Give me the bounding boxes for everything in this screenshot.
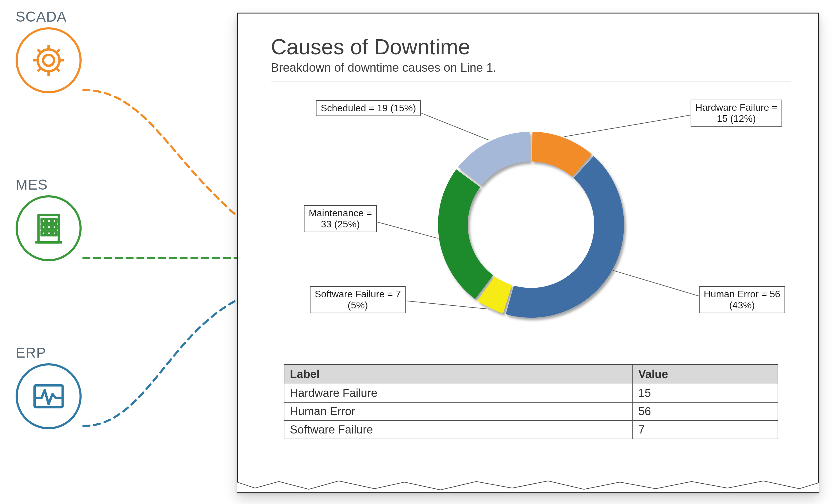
source-mes-label: MES xyxy=(16,176,106,193)
svg-rect-12 xyxy=(42,219,46,223)
svg-rect-16 xyxy=(47,225,51,229)
scada-circle xyxy=(16,27,82,93)
source-scada-label: SCADA xyxy=(16,8,106,25)
torn-edge xyxy=(237,479,819,492)
callout-hardware-failure: Hardware Failure = 15 (12%) xyxy=(690,100,782,127)
callout-maintenance: Maintenance = 33 (25%) xyxy=(304,205,377,232)
report-panel: Causes of Downtime Breakdown of downtime… xyxy=(237,13,819,492)
pulse-icon xyxy=(29,377,68,416)
donut-slice xyxy=(506,156,624,318)
svg-rect-20 xyxy=(52,231,57,235)
table-row: Software Failure7 xyxy=(284,421,777,439)
gear-icon xyxy=(29,41,68,80)
callout-human-error: Human Error = 56 (43%) xyxy=(699,286,785,313)
table-cell: 7 xyxy=(633,421,778,439)
th-label: Label xyxy=(284,365,632,384)
donut-svg xyxy=(429,123,633,327)
svg-rect-15 xyxy=(42,225,46,229)
svg-line-7 xyxy=(57,68,59,71)
data-table-wrap: Label Value Hardware Failure15Human Erro… xyxy=(271,364,791,439)
report-title: Causes of Downtime xyxy=(271,35,791,59)
donut-slice xyxy=(438,169,493,299)
source-erp: ERP xyxy=(16,344,106,429)
report-divider xyxy=(271,82,791,82)
svg-line-8 xyxy=(38,68,41,71)
diagram-canvas: SCADA xyxy=(0,0,834,504)
source-scada: SCADA xyxy=(16,8,106,93)
table-cell: Hardware Failure xyxy=(284,384,632,402)
svg-point-0 xyxy=(43,55,54,66)
table-cell: 15 xyxy=(633,384,778,402)
callout-scheduled: Scheduled = 19 (15%) xyxy=(316,100,421,116)
table-cell: Software Failure xyxy=(284,421,632,439)
source-erp-label: ERP xyxy=(16,344,106,361)
erp-circle xyxy=(16,363,82,429)
svg-point-1 xyxy=(38,49,60,71)
table-header-row: Label Value xyxy=(284,365,777,384)
report-subtitle: Breakdown of downtime causes on Line 1. xyxy=(271,61,791,74)
svg-rect-19 xyxy=(47,231,51,235)
donut-chart: Hardware Failure = 15 (12%) Human Error … xyxy=(271,94,791,355)
svg-line-9 xyxy=(57,49,59,52)
source-mes: MES xyxy=(16,176,106,261)
callout-software-failure: Software Failure = 7 (5%) xyxy=(310,286,405,313)
svg-line-6 xyxy=(38,49,41,52)
data-table: Label Value Hardware Failure15Human Erro… xyxy=(284,364,778,439)
svg-rect-14 xyxy=(52,219,57,223)
table-row: Hardware Failure15 xyxy=(284,384,777,402)
donut-slice xyxy=(458,132,530,185)
table-row: Human Error56 xyxy=(284,402,777,421)
svg-rect-17 xyxy=(52,225,57,229)
table-cell: Human Error xyxy=(284,402,632,421)
table-cell: 56 xyxy=(633,402,778,421)
th-value: Value xyxy=(633,365,778,384)
svg-rect-13 xyxy=(47,219,51,223)
svg-rect-18 xyxy=(42,231,46,235)
building-icon xyxy=(29,209,68,248)
mes-circle xyxy=(16,195,82,261)
